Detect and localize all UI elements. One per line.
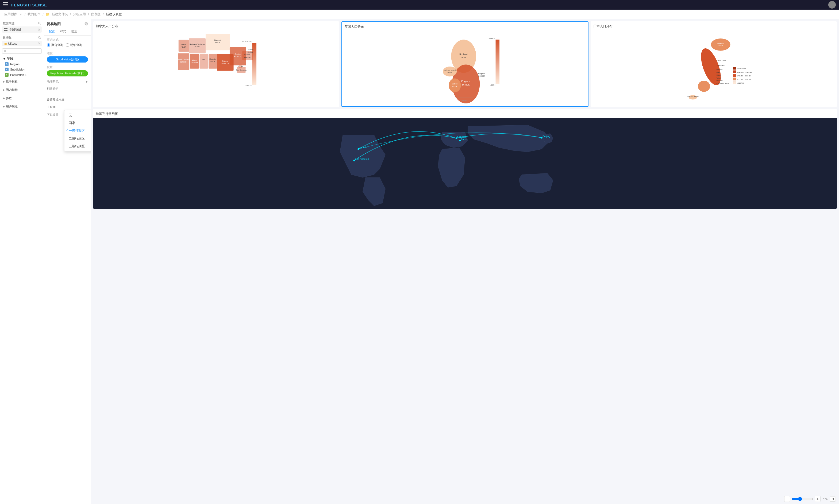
atomic-indicators-header[interactable]: ▶ 原子指标	[0, 78, 44, 85]
top-navigation: HENGSHI SENSE	[0, 0, 839, 10]
svg-text:British Columbia: British Columbia	[177, 58, 190, 60]
chart-indicators-section: ▶ 图内指标	[0, 86, 44, 94]
main-query-menu-item[interactable]: 主查询	[44, 104, 91, 111]
svg-rect-94	[733, 81, 736, 84]
field-type-abc-icon-2: A	[5, 68, 8, 71]
breadcrumb: 应用创作 ▼ / 我的创作 / 📁 新建文件夹 / 分析应用 / 仪表盘 / 新…	[0, 10, 839, 19]
radio-detail[interactable]: 明细查询	[66, 43, 82, 47]
svg-text:8396.8K – 11009.4K: 8396.8K – 11009.4K	[737, 71, 752, 73]
breadcrumb-item-3[interactable]: 分析应用	[73, 12, 86, 17]
dataset-item[interactable]: ▦ UK.csv ⧉	[2, 41, 42, 46]
svg-text:6461K: 6461K	[461, 56, 466, 58]
svg-rect-32	[199, 54, 208, 69]
svg-text:Nunavut: Nunavut	[214, 39, 221, 41]
svg-rect-2	[3, 6, 8, 6]
canada-chart-card[interactable]: 加拿大人口分布 14745.15K 39.41K	[93, 21, 339, 107]
fit-button[interactable]: ⊡	[829, 497, 836, 502]
user-attrs-header[interactable]: ▶ 用户属性	[0, 104, 44, 110]
svg-text:Manitoba: Manitoba	[209, 58, 216, 60]
charts-grid-top: 加拿大人口分布 14745.15K 39.41K	[91, 19, 839, 109]
datasource-item[interactable]: 各国地图 ⧉	[2, 26, 42, 33]
uk-chart-title: 英国人口分布	[345, 24, 585, 29]
search-icon-dataset[interactable]	[38, 36, 41, 40]
geo-role-menu-item[interactable]: 地理角色 ▶	[44, 78, 91, 85]
japan-chart-card[interactable]: 日本人口分布 Hokkaido 5285K Aomori 1280K Akita…	[591, 21, 837, 107]
tab-interact[interactable]: 交互	[69, 28, 80, 35]
svg-text:3653K: 3653K	[452, 85, 457, 88]
field-type-num-icon: #	[5, 73, 8, 77]
zoom-minus-button[interactable]: −	[784, 496, 790, 502]
svg-text:1890K: 1890K	[447, 72, 452, 73]
panel-tabs: 配置 样式 交互	[44, 28, 91, 36]
japan-map-svg: Hokkaido 5285K Aomori 1280K Akita 980K I…	[593, 31, 834, 103]
params-header[interactable]: ▶ 参数	[0, 95, 44, 101]
svg-text:Scotland: Scotland	[459, 53, 468, 56]
fields-search-box[interactable]	[2, 48, 42, 54]
uk-map-svg: 56440K 1890K Scotland 6461K England 5648…	[345, 31, 585, 104]
dataset-copy-icon[interactable]: ⧉	[38, 42, 39, 45]
dropdown-none[interactable]: 无	[65, 111, 91, 119]
set-indicators-menu-item[interactable]: 设置及或指标	[44, 92, 91, 104]
svg-text:14745.15K: 14745.15K	[221, 62, 230, 65]
svg-line-4	[40, 24, 41, 24]
config-settings-icon[interactable]: ⚙	[84, 21, 88, 26]
field-population[interactable]: # Population E	[0, 72, 44, 77]
breadcrumb-item-0[interactable]: 应用创作	[4, 12, 17, 17]
tab-style[interactable]: 样式	[57, 28, 69, 35]
uk-chart-card[interactable]: 英国人口分布 56440K 1890K	[342, 21, 589, 107]
fields-arrow-icon: ▼	[3, 57, 6, 61]
zoom-plus-button[interactable]: +	[815, 496, 821, 502]
datasource-copy-icon[interactable]: ⧉	[38, 28, 39, 31]
radio-aggregate[interactable]: 聚合查询	[47, 43, 63, 47]
chart-indicators-header[interactable]: ▶ 图内指标	[0, 87, 44, 93]
svg-text:Los Angeles: Los Angeles	[355, 157, 369, 160]
svg-line-10	[40, 38, 41, 39]
dropdown-level1[interactable]: 一级行政区	[65, 127, 91, 135]
svg-text:14745.15K: 14745.15K	[242, 40, 252, 43]
measure-pill[interactable]: Population Estimate(求和)	[47, 70, 88, 76]
user-attrs-section: ▶ 用户属性	[0, 102, 44, 111]
zoom-level-display: 78%	[822, 497, 828, 501]
svg-text:Tottori: Tottori	[717, 77, 721, 79]
folder-icon: 📁	[46, 13, 50, 16]
dropdown-country[interactable]: 国家	[65, 119, 91, 127]
search-input[interactable]	[7, 50, 40, 53]
zoom-slider[interactable]	[792, 497, 813, 501]
uk-map-container: 56440K 1890K Scotland 6461K England 5648…	[345, 31, 585, 104]
avatar[interactable]	[828, 1, 836, 8]
field-region[interactable]: A Region	[0, 61, 44, 67]
svg-text:Chiba: Chiba	[717, 74, 721, 76]
flight-routes-svg: Seattle Los Angeles London Paris Beijing	[93, 118, 837, 209]
col-group-menu-item[interactable]: 列值分组	[44, 85, 91, 92]
tab-config[interactable]: 配置	[46, 28, 57, 35]
svg-text:56440K: 56440K	[478, 75, 485, 77]
svg-text:Northern Ireland: Northern Ireland	[443, 69, 456, 71]
dropdown-level2[interactable]: 二级行政区	[65, 135, 91, 142]
svg-text:New Brunswick: New Brunswick	[237, 69, 247, 71]
hamburger-icon[interactable]	[3, 2, 8, 7]
svg-text:Akita 980K: Akita 980K	[717, 65, 725, 67]
field-subdivision[interactable]: A Subdivision	[0, 67, 44, 72]
dropdown-level3[interactable]: 三级行政区	[65, 142, 91, 150]
svg-text:Northwest Territories: Northwest Territories	[190, 43, 205, 45]
breadcrumb-item-2[interactable]: 新建文件夹	[52, 12, 68, 17]
measure-label: 度量	[47, 65, 88, 69]
svg-text:Paris: Paris	[461, 138, 467, 141]
svg-text:Hokkaido: Hokkaido	[717, 42, 724, 44]
dimension-pill[interactable]: Subdivision(分组)	[47, 56, 88, 62]
svg-rect-52	[495, 39, 500, 84]
brand-logo: HENGSHI SENSE	[11, 3, 47, 7]
breadcrumb-item-4[interactable]: 仪表盘	[91, 12, 101, 17]
svg-text:England: England	[461, 80, 470, 83]
grid-icon	[4, 28, 7, 32]
japan-chart-title: 日本人口分布	[593, 24, 834, 29]
breadcrumb-item-1[interactable]: 我的创作	[28, 12, 40, 17]
atomic-indicators-section: ▶ 原子指标	[0, 77, 44, 86]
svg-text:Hiroshima: Hiroshima	[717, 80, 723, 82]
flight-routes-card[interactable]: 跨国飞行路线图	[93, 109, 837, 209]
svg-text:Yukon: Yukon	[181, 43, 186, 46]
atomic-arrow-icon: ▶	[3, 80, 5, 83]
search-icon-left[interactable]	[38, 22, 41, 25]
breadcrumb-item-5[interactable]: 新建仪表盘	[106, 12, 122, 17]
svg-rect-1	[3, 4, 8, 4]
